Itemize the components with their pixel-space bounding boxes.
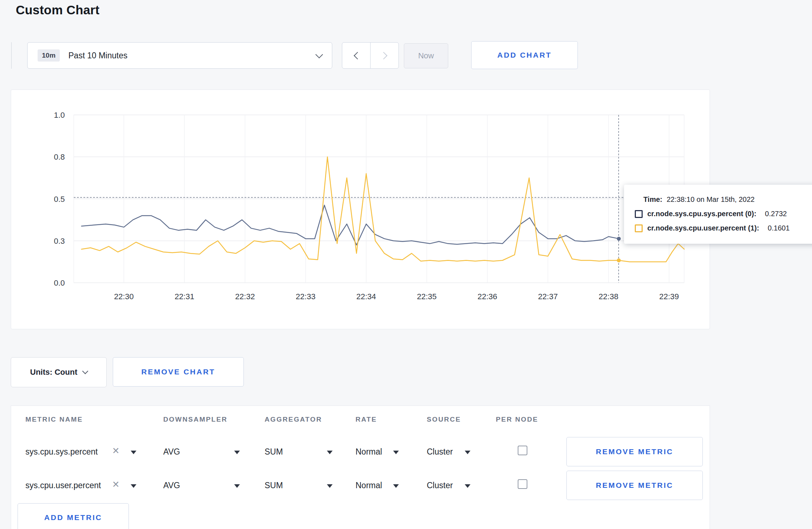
metric-name-select[interactable]: sys.cpu.sys.percent <box>25 447 98 457</box>
remove-metric-button[interactable]: REMOVE METRIC <box>566 437 703 466</box>
tooltip-series-row: cr.node.sys.cpu.user.percent (1): 0.1601 <box>635 224 812 232</box>
chart-plot[interactable]: 0.00.30.50.81.022:3022:3122:3222:3322:34… <box>11 90 710 329</box>
units-select[interactable]: Units: Count <box>11 357 107 387</box>
time-range-select[interactable]: 10m Past 10 Minutes <box>27 42 332 69</box>
downsampler-value: AVG <box>163 481 180 490</box>
remove-metric-button[interactable]: REMOVE METRIC <box>566 471 703 500</box>
time-range-badge: 10m <box>38 49 60 62</box>
chevron-left-icon <box>353 52 361 59</box>
source-value: Cluster <box>427 481 453 490</box>
column-header-aggregator: AGGREGATOR <box>265 416 322 423</box>
aggregator-value: SUM <box>265 481 283 490</box>
svg-text:0.5: 0.5 <box>54 195 65 204</box>
next-time-button[interactable] <box>370 42 399 69</box>
column-header-per-node: PER NODE <box>496 416 538 423</box>
units-label: Units: Count <box>30 368 77 377</box>
series-user-swatch-icon <box>635 224 643 232</box>
caret-down-icon <box>131 484 136 488</box>
clear-metric-icon[interactable]: ✕ <box>112 479 120 490</box>
caret-down-icon <box>234 451 240 454</box>
add-metric-button[interactable]: ADD METRIC <box>18 503 129 529</box>
add-chart-button[interactable]: ADD CHART <box>471 41 578 69</box>
metrics-table: METRIC NAME DOWNSAMPLER AGGREGATOR RATE … <box>11 406 710 529</box>
svg-text:22:37: 22:37 <box>538 292 558 301</box>
tooltip-time-value: 22:38:10 on Mar 15th, 2022 <box>667 195 755 203</box>
source-value: Cluster <box>427 447 453 457</box>
series-sys-value: 0.2732 <box>765 210 787 218</box>
metric-row: sys.cpu.user.percent ✕ AVG SUM Normal Cl… <box>11 471 710 500</box>
chart-tooltip: Time:22:38:10 on Mar 15th, 2022 cr.node.… <box>624 185 812 244</box>
caret-down-icon <box>465 451 470 454</box>
caret-down-icon <box>327 484 333 488</box>
downsampler-value: AVG <box>163 447 180 457</box>
caret-down-icon <box>393 451 399 454</box>
svg-text:0.3: 0.3 <box>54 237 65 246</box>
svg-text:22:38: 22:38 <box>599 292 618 301</box>
svg-text:22:35: 22:35 <box>417 292 436 301</box>
custom-chart-page: Custom Chart 10m Past 10 Minutes Now ADD… <box>0 0 812 529</box>
svg-text:22:32: 22:32 <box>235 292 255 301</box>
svg-text:22:31: 22:31 <box>175 292 194 301</box>
per-node-checkbox[interactable] <box>518 446 527 455</box>
per-node-checkbox[interactable] <box>518 479 527 489</box>
column-header-metric-name: METRIC NAME <box>25 416 83 423</box>
prev-time-button[interactable] <box>342 42 371 69</box>
column-header-downsampler: DOWNSAMPLER <box>163 416 227 423</box>
metric-name-select[interactable]: sys.cpu.user.percent <box>25 481 101 490</box>
chevron-down-icon <box>82 368 88 374</box>
chart-card: 0.00.30.50.81.022:3022:3122:3222:3322:34… <box>11 89 710 329</box>
chevron-down-icon <box>315 50 323 58</box>
clear-metric-icon[interactable]: ✕ <box>112 446 120 456</box>
tooltip-time-row: Time:22:38:10 on Mar 15th, 2022 <box>635 195 812 204</box>
column-header-rate: RATE <box>356 416 377 423</box>
svg-text:22:30: 22:30 <box>114 292 134 301</box>
time-nav-group <box>342 42 399 69</box>
caret-down-icon <box>131 451 136 454</box>
svg-text:22:34: 22:34 <box>356 292 376 301</box>
svg-text:0.0: 0.0 <box>54 278 65 287</box>
page-title: Custom Chart <box>16 3 100 17</box>
rate-value: Normal <box>356 481 382 490</box>
caret-down-icon <box>234 484 240 488</box>
caret-down-icon <box>393 484 399 488</box>
svg-text:0.8: 0.8 <box>54 152 65 161</box>
svg-text:1.0: 1.0 <box>54 111 65 120</box>
series-user-value: 0.1601 <box>768 224 789 232</box>
series-sys-swatch-icon <box>635 210 643 218</box>
remove-chart-button[interactable]: REMOVE CHART <box>113 357 244 387</box>
caret-down-icon <box>465 484 470 488</box>
column-header-source: SOURCE <box>427 416 461 423</box>
toolbar-divider <box>11 42 12 69</box>
svg-text:22:36: 22:36 <box>478 292 497 301</box>
svg-text:22:33: 22:33 <box>296 292 315 301</box>
caret-down-icon <box>327 451 333 454</box>
chevron-right-icon <box>380 52 387 59</box>
tooltip-time-label: Time: <box>643 195 662 203</box>
metric-row: sys.cpu.sys.percent ✕ AVG SUM Normal Clu… <box>11 437 710 466</box>
series-sys-label: cr.node.sys.cpu.sys.percent (0): <box>647 210 757 218</box>
tooltip-series-row: cr.node.sys.cpu.sys.percent (0): 0.2732 <box>635 210 812 218</box>
now-button[interactable]: Now <box>404 43 448 68</box>
time-range-label: Past 10 Minutes <box>68 51 127 60</box>
rate-value: Normal <box>356 447 382 457</box>
aggregator-value: SUM <box>265 447 283 457</box>
svg-text:22:39: 22:39 <box>659 292 679 301</box>
series-user-label: cr.node.sys.cpu.user.percent (1): <box>647 224 759 232</box>
